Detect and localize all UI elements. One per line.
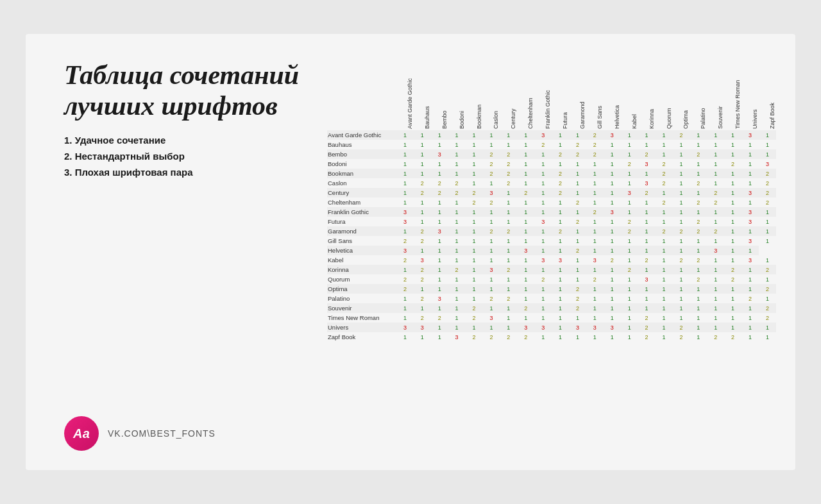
cell-21-17: 1 — [690, 332, 707, 342]
cell-3-6: 2 — [500, 159, 517, 169]
cell-3-4: 1 — [466, 159, 483, 169]
cell-12-3: 1 — [448, 246, 466, 255]
cell-1-9: 1 — [552, 140, 569, 149]
cell-8-21: 1 — [759, 207, 776, 217]
cell-7-19: 1 — [724, 197, 741, 207]
col-header-2: Bembo — [431, 60, 448, 130]
cell-11-6: 1 — [500, 236, 517, 246]
cell-8-10: 1 — [569, 207, 586, 217]
cell-13-11: 3 — [586, 255, 604, 265]
cell-2-15: 1 — [656, 149, 673, 159]
cell-17-3: 1 — [448, 294, 466, 303]
cell-14-6: 2 — [500, 265, 517, 274]
col-header-6: Century — [500, 60, 517, 130]
cell-15-3: 1 — [448, 274, 466, 284]
cell-7-15: 2 — [656, 197, 673, 207]
cell-12-11: 1 — [586, 246, 604, 255]
cell-10-2: 3 — [431, 226, 448, 236]
col-header-16: Optima — [672, 60, 690, 130]
cell-12-14: 1 — [638, 246, 656, 255]
cell-13-14: 2 — [638, 255, 656, 265]
cell-13-6: 1 — [500, 255, 517, 265]
cell-3-21: 3 — [759, 159, 776, 169]
cell-8-1: 1 — [414, 207, 431, 217]
table-body: Avant Garde Gothic1111111131123111211131… — [327, 130, 776, 342]
table-header-row: Avant Garde GothicBauhausBemboBodoniBook… — [327, 60, 776, 130]
cell-3-2: 1 — [431, 159, 448, 169]
cell-19-20: 1 — [741, 313, 759, 323]
cell-7-12: 1 — [604, 197, 621, 207]
cell-13-9: 3 — [552, 255, 569, 265]
cell-14-16: 1 — [672, 265, 690, 274]
cell-21-7: 2 — [517, 332, 534, 342]
table-row: Avant Garde Gothic1111111131123111211131 — [327, 130, 776, 140]
cell-4-11: 1 — [586, 169, 604, 178]
cell-13-20: 3 — [741, 255, 759, 265]
cell-5-4: 1 — [466, 178, 483, 188]
col-header-21: Zapf Book — [759, 60, 776, 130]
row-label-0: Avant Garde Gothic — [327, 130, 396, 140]
cell-11-7: 1 — [517, 236, 534, 246]
cell-12-5: 1 — [482, 246, 500, 255]
cell-5-20: 1 — [741, 178, 759, 188]
cell-16-3: 1 — [448, 284, 466, 294]
cell-18-16: 1 — [672, 303, 690, 313]
cell-10-4: 1 — [466, 226, 483, 236]
cell-1-5: 1 — [482, 140, 500, 149]
cell-12-0: 3 — [396, 246, 414, 255]
cell-16-10: 2 — [569, 284, 586, 294]
cell-3-20: 1 — [741, 159, 759, 169]
cell-20-2: 1 — [431, 323, 448, 332]
cell-20-11: 3 — [586, 323, 604, 332]
footer-link: VK.COM\BEST_FONTS — [108, 428, 216, 439]
col-header-4: Bookman — [466, 60, 483, 130]
cell-4-19: 1 — [724, 169, 741, 178]
cell-1-12: 1 — [604, 140, 621, 149]
cell-17-9: 1 — [552, 294, 569, 303]
cell-13-5: 1 — [482, 255, 500, 265]
cell-20-17: 1 — [690, 323, 707, 332]
cell-7-0: 1 — [396, 197, 414, 207]
table-row: Times New Roman1221231111111121111112 — [327, 313, 776, 323]
row-label-6: Century — [327, 188, 396, 197]
row-label-17: Palatino — [327, 294, 396, 303]
cell-9-0: 3 — [396, 217, 414, 226]
cell-21-10: 1 — [569, 332, 586, 342]
cell-16-8: 1 — [534, 284, 552, 294]
cell-16-20: 1 — [741, 284, 759, 294]
cell-7-16: 1 — [672, 197, 690, 207]
cell-9-14: 1 — [638, 217, 656, 226]
row-label-14: Korinna — [327, 265, 396, 274]
cell-11-17: 1 — [690, 236, 707, 246]
cell-11-10: 1 — [569, 236, 586, 246]
cell-11-9: 1 — [552, 236, 569, 246]
cell-21-6: 2 — [500, 332, 517, 342]
cell-18-19: 1 — [724, 303, 741, 313]
cell-12-6: 1 — [500, 246, 517, 255]
cell-12-9: 1 — [552, 246, 569, 255]
cell-11-3: 1 — [448, 236, 466, 246]
cell-20-16: 2 — [672, 323, 690, 332]
cell-5-17: 2 — [690, 178, 707, 188]
cell-5-21: 2 — [759, 178, 776, 188]
cell-20-1: 3 — [414, 323, 431, 332]
cell-0-15: 1 — [656, 130, 673, 140]
cell-9-3: 1 — [448, 217, 466, 226]
cell-20-19: 1 — [724, 323, 741, 332]
cell-18-12: 1 — [604, 303, 621, 313]
cell-11-14: 1 — [638, 236, 656, 246]
cell-10-1: 2 — [414, 226, 431, 236]
cell-0-16: 2 — [672, 130, 690, 140]
cell-15-10: 1 — [569, 274, 586, 284]
table-row: Zapf Book1113222211111121212211 — [327, 332, 776, 342]
cell-13-15: 1 — [656, 255, 673, 265]
cell-19-5: 3 — [482, 313, 500, 323]
cell-17-12: 1 — [604, 294, 621, 303]
cell-5-8: 1 — [534, 178, 552, 188]
cell-4-21: 2 — [759, 169, 776, 178]
cell-18-11: 1 — [586, 303, 604, 313]
cell-14-14: 1 — [638, 265, 656, 274]
cell-11-20: 3 — [741, 236, 759, 246]
cell-19-1: 2 — [414, 313, 431, 323]
cell-5-7: 1 — [517, 178, 534, 188]
